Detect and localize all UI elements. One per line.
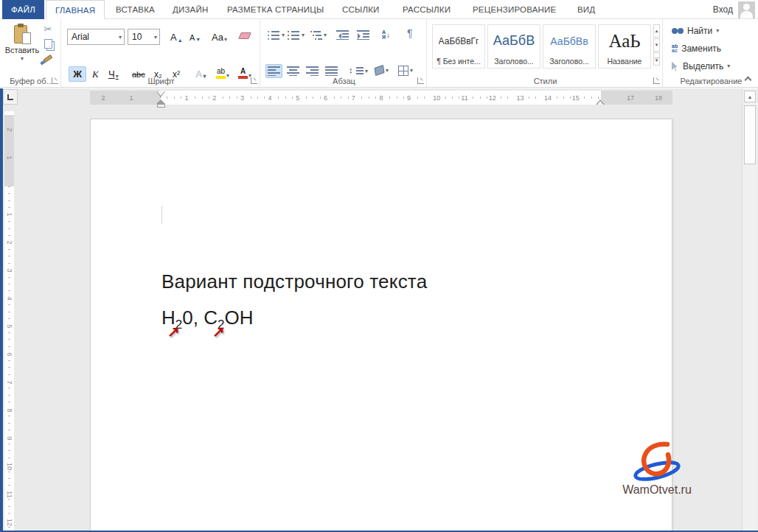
shading-button[interactable]: ▾ bbox=[372, 64, 391, 77]
ruler-number: 8 bbox=[378, 94, 384, 102]
ruler-number: 1 bbox=[5, 155, 14, 159]
tab-home[interactable]: ГЛАВНАЯ bbox=[46, 0, 105, 19]
tab-mailings[interactable]: РАССЫЛКИ bbox=[394, 0, 459, 19]
tab-view[interactable]: ВИД bbox=[568, 0, 604, 19]
ruler-number: 14 bbox=[543, 94, 553, 102]
style-heading2[interactable]: АаБбВв Заголово... bbox=[543, 24, 596, 69]
numbering-button[interactable]: ▾ bbox=[285, 28, 307, 42]
styles-scroll-up-icon[interactable]: ▲ bbox=[653, 24, 660, 38]
ruler-number: 7 bbox=[5, 380, 14, 384]
font-name-value: Arial bbox=[72, 32, 89, 42]
tab-design[interactable]: ДИЗАЙН bbox=[164, 0, 217, 19]
shrink-font-letter: A bbox=[190, 33, 195, 42]
select-button[interactable]: Выделить ▾ bbox=[672, 61, 730, 71]
font-size-combobox[interactable]: 10 ▾ bbox=[128, 29, 160, 45]
increase-indent-button[interactable] bbox=[355, 28, 372, 42]
tab-review[interactable]: РЕЦЕНЗИРОВАНИЕ bbox=[464, 0, 565, 19]
tab-file[interactable]: ФАЙЛ bbox=[2, 0, 44, 19]
multilevel-list-button[interactable]: ▾ bbox=[307, 28, 329, 42]
signin-link[interactable]: Вход bbox=[713, 4, 733, 15]
style-title[interactable]: АаЬ Название bbox=[598, 24, 651, 69]
wamotvet-logo-icon bbox=[626, 441, 688, 483]
horizontal-ruler[interactable]: 21 1718 123456789101112131415 bbox=[90, 91, 672, 105]
ruler-right-margin: 1718 bbox=[601, 91, 672, 105]
binoculars-icon bbox=[672, 27, 684, 35]
text-cursor bbox=[161, 206, 162, 224]
scrollbar-thumb[interactable] bbox=[744, 105, 756, 164]
bullet-list-icon bbox=[268, 30, 280, 40]
styles-scroll-down-icon[interactable]: ▼ bbox=[653, 38, 660, 52]
pilcrow-icon: ¶ bbox=[407, 28, 413, 38]
ruler-number: 2 bbox=[5, 127, 14, 131]
user-avatar-icon[interactable] bbox=[738, 1, 755, 18]
ruler-number: 6 bbox=[5, 352, 14, 356]
borders-grid-icon bbox=[398, 66, 408, 76]
tab-insert[interactable]: ВСТАВКА bbox=[107, 0, 164, 19]
annotation-arrow-icon: ↗ bbox=[167, 323, 180, 340]
style-sample: АаЬ bbox=[608, 25, 640, 57]
grow-font-button[interactable]: A▲ bbox=[167, 29, 186, 45]
bullets-button[interactable]: ▾ bbox=[265, 28, 287, 42]
paste-dropdown-icon[interactable]: ▾ bbox=[21, 56, 24, 62]
font-name-combobox[interactable]: Arial ▾ bbox=[67, 29, 125, 45]
style-sample: АаБбВв bbox=[550, 25, 588, 57]
document-heading-text[interactable]: Вариант подстрочного текста bbox=[161, 270, 427, 293]
format-painter-icon[interactable] bbox=[44, 55, 53, 63]
style-no-spacing[interactable]: АаБбВвГг ¶ Без инте... bbox=[432, 24, 485, 69]
style-name: ¶ Без инте... bbox=[437, 57, 481, 68]
styles-dialog-launcher-icon[interactable] bbox=[653, 77, 660, 84]
styles-group-label: Стили bbox=[428, 77, 662, 85]
right-indent-marker[interactable] bbox=[596, 99, 605, 105]
cursor-pointer-icon bbox=[672, 62, 679, 71]
ruler-number: 2 bbox=[5, 240, 14, 244]
copy-icon[interactable] bbox=[44, 39, 52, 49]
tab-references[interactable]: ССЫЛКИ bbox=[333, 0, 389, 19]
font-dialog-launcher-icon[interactable] bbox=[251, 77, 257, 84]
font-size-dropdown-icon[interactable]: ▾ bbox=[154, 35, 157, 41]
eraser-icon bbox=[238, 32, 251, 39]
find-button[interactable]: Найти ▾ bbox=[672, 26, 719, 36]
increase-indent-icon bbox=[357, 30, 369, 40]
ruler-number: 18 bbox=[653, 94, 664, 102]
grow-font-letter: A bbox=[170, 32, 177, 43]
ruler-number: 2 bbox=[100, 94, 106, 102]
tab-stop-selector[interactable] bbox=[3, 89, 18, 105]
word-window: ФАЙЛ ГЛАВНАЯ ВСТАВКА ДИЗАЙН РАЗМЕТКА СТР… bbox=[0, 0, 758, 532]
left-indent-marker[interactable] bbox=[157, 104, 165, 108]
show-paragraph-marks-button[interactable]: ¶ bbox=[405, 26, 415, 41]
ruler-number: 13 bbox=[515, 94, 525, 102]
borders-button[interactable]: ▾ bbox=[396, 63, 415, 78]
ruler-number: 12 bbox=[5, 519, 14, 526]
paste-button[interactable]: Вставить ▾ bbox=[4, 24, 41, 77]
find-label: Найти bbox=[687, 26, 712, 36]
vertical-ruler[interactable]: 21 123456789101112 bbox=[4, 111, 14, 532]
font-name-dropdown-icon[interactable]: ▾ bbox=[119, 35, 122, 41]
ruler-number: 9 bbox=[5, 436, 14, 440]
clear-formatting-button[interactable] bbox=[237, 30, 253, 41]
sort-button[interactable]: АЯ ↓ bbox=[380, 27, 392, 42]
decrease-indent-button[interactable] bbox=[334, 28, 351, 42]
tab-page-layout[interactable]: РАЗМЕТКА СТРАНИЦЫ bbox=[218, 0, 333, 19]
style-heading1[interactable]: АаБбВ Заголово... bbox=[487, 24, 540, 69]
ruler-number: 1 bbox=[183, 94, 190, 102]
cut-icon[interactable] bbox=[44, 24, 52, 34]
styles-gallery-more-icon[interactable]: —▼ bbox=[653, 52, 660, 66]
clipboard-dialog-launcher-icon[interactable] bbox=[52, 77, 58, 84]
change-case-button[interactable]: Aa▾ bbox=[209, 29, 230, 45]
line-spacing-icon bbox=[349, 66, 364, 76]
replace-label: Заменить bbox=[681, 43, 721, 54]
document-page[interactable]: Вариант подстрочного текста H20, C2OH ↗ … bbox=[90, 119, 672, 532]
watermark-logo-text: WamOtvet.ru bbox=[616, 483, 698, 497]
replace-button[interactable]: ab ac Заменить bbox=[672, 43, 721, 54]
v-ruler-top-margin: 21 bbox=[4, 115, 14, 186]
scrollbar-up-arrow-icon[interactable]: ▲ bbox=[744, 91, 756, 102]
paragraph-dialog-launcher-icon[interactable] bbox=[417, 77, 424, 84]
ruler-number: 11 bbox=[5, 491, 14, 497]
ruler-number: 15 bbox=[571, 94, 581, 102]
signin-area: Вход bbox=[713, 0, 755, 19]
first-line-indent-marker[interactable] bbox=[156, 91, 165, 97]
font-group-label: Шрифт bbox=[63, 77, 260, 85]
shrink-font-button[interactable]: A▼ bbox=[187, 31, 204, 44]
ruler-number: 11 bbox=[459, 94, 469, 102]
vertical-scrollbar[interactable]: ▲ bbox=[742, 88, 757, 532]
